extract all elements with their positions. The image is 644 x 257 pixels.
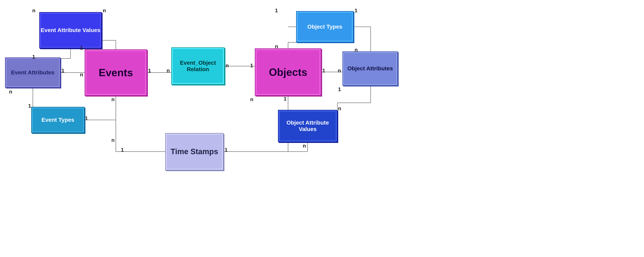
cardinality-label: n [9, 89, 12, 95]
cardinality-label: n [338, 105, 341, 112]
cardinality-label: 1 [322, 68, 325, 74]
cardinality-label: 1 [32, 54, 35, 60]
cardinality-label: n [166, 68, 170, 74]
cardinality-label: n [275, 43, 278, 50]
cardinality-label: n [250, 96, 254, 103]
cardinality-label: n [32, 8, 36, 14]
entity-events[interactable]: Events [84, 49, 147, 96]
cardinality-label: n [354, 47, 358, 53]
cardinality-label: 1 [80, 45, 83, 51]
cardinality-label: 1 [121, 147, 124, 153]
entity-object-attribute-values[interactable]: Object Attribute Values [278, 110, 338, 142]
entity-event-attribute-values[interactable]: Event Attribute Values [39, 12, 102, 48]
cardinality-label: 1 [284, 96, 286, 102]
cardinality-label: 1 [275, 8, 278, 14]
entity-event-attributes[interactable]: Event Attributes [5, 58, 60, 88]
cardinality-label: 1 [148, 68, 151, 74]
diagram-canvas: Event Attribute Values Event Attributes … [0, 0, 644, 257]
cardinality-label: 1 [62, 68, 64, 74]
entity-object-attributes[interactable]: Object Attributes [342, 51, 398, 86]
cardinality-label: n [303, 143, 306, 149]
entity-objects[interactable]: Objects [255, 48, 321, 96]
cardinality-label: 1 [354, 8, 357, 14]
entity-event-types[interactable]: Event Types [31, 107, 84, 133]
cardinality-label: 1 [224, 147, 228, 153]
cardinality-label: n [112, 96, 114, 103]
cardinality-label: n [80, 72, 83, 78]
cardinality-label: 1 [85, 115, 88, 122]
cardinality-label: n [112, 137, 114, 143]
entity-timestamps[interactable]: Time Stamps [165, 133, 224, 170]
cardinality-label: n [226, 63, 229, 69]
cardinality-label: 1 [250, 63, 253, 69]
cardinality-label: n [103, 8, 106, 14]
entity-object-types[interactable]: Object Types [296, 11, 354, 42]
cardinality-label: 1 [28, 103, 31, 109]
cardinality-label: n [338, 68, 341, 74]
entity-event-object-relation[interactable]: Event_Object Relation [171, 47, 224, 85]
cardinality-label: 1 [338, 86, 341, 93]
